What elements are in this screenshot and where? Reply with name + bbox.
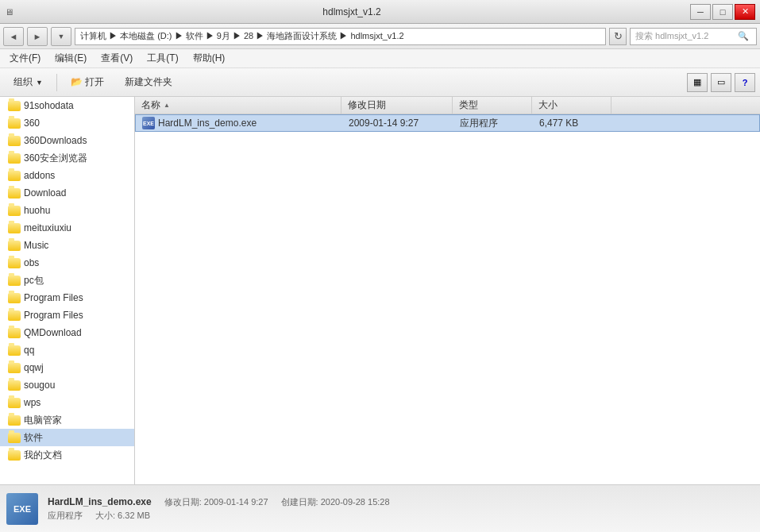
sidebar-label: 360 (24, 118, 40, 129)
new-folder-button[interactable]: 新建文件夹 (116, 71, 181, 94)
column-header-size[interactable]: 大小 (532, 97, 611, 114)
organize-arrow: ▼ (36, 79, 43, 87)
folder-icon (8, 450, 21, 461)
sidebar-item-sougou[interactable]: sougou (0, 376, 134, 394)
preview-pane-button[interactable]: ▭ (711, 73, 731, 92)
sidebar-label: 软件 (24, 431, 43, 445)
sidebar-item-diannaogunjia[interactable]: 电脑管家 (0, 411, 134, 429)
address-path[interactable]: 计算机 ▶ 本地磁盘 (D:) ▶ 软件 ▶ 9月 ▶ 28 ▶ 海地路面设计系… (75, 28, 606, 45)
folder-icon (8, 380, 21, 391)
folder-icon (8, 241, 21, 251)
sidebar-label: Download (24, 187, 66, 199)
folder-icon (8, 188, 21, 199)
folder-icon (8, 136, 21, 146)
folder-icon (8, 433, 21, 443)
sidebar-label: meituxiuxiu (24, 222, 71, 233)
sort-arrow-name: ▲ (164, 102, 170, 109)
folder-icon (8, 153, 21, 164)
minimize-button[interactable]: ─ (690, 4, 711, 20)
folder-icon (8, 101, 21, 111)
sidebar-item-programfiles2[interactable]: Program Files (0, 306, 134, 324)
organize-label: 组织 (14, 75, 33, 89)
sidebar-item-obs[interactable]: obs (0, 254, 134, 272)
toolbar-right: ▦ ▭ ? (687, 73, 755, 92)
sidebar-item-programfiles1[interactable]: Program Files (0, 289, 134, 306)
column-type-label: 类型 (459, 98, 478, 112)
window-title: hdlmsjxt_v1.2 (14, 6, 690, 17)
sidebar-item-mydocs[interactable]: 我的文档 (0, 446, 134, 464)
back-button[interactable]: ◄ (3, 27, 24, 46)
menu-edit[interactable]: 编辑(E) (48, 50, 93, 67)
status-size: 大小: 6.32 MB (95, 510, 150, 522)
sidebar-item-qmdownload[interactable]: QMDownload (0, 324, 134, 341)
folder-icon (8, 223, 21, 233)
folder-icon (8, 293, 21, 303)
status-file-icon: EXE (6, 493, 38, 525)
status-filename: HardLM_ins_demo.exe (48, 496, 152, 507)
sidebar-item-wps[interactable]: wps (0, 394, 134, 411)
sidebar-label: Program Files (24, 292, 83, 303)
search-box[interactable]: 搜索 hdlmsjxt_v1.2 🔍 (630, 28, 757, 45)
sidebar-item-360downloads[interactable]: 360Downloads (0, 132, 134, 149)
menu-help[interactable]: 帮助(H) (187, 50, 232, 67)
sidebar-label: 91sohodata (24, 100, 74, 111)
file-size: 6,477 KB (539, 118, 578, 129)
toolbar: 组织 ▼ 📂 打开 新建文件夹 ▦ ▭ ? (0, 68, 760, 97)
sidebar-item-huohu[interactable]: huohu (0, 202, 134, 219)
forward-button[interactable]: ► (27, 27, 48, 46)
sidebar-label: obs (24, 257, 39, 268)
menu-view[interactable]: 查看(V) (95, 50, 139, 67)
sidebar-label: addons (24, 170, 55, 181)
column-header-type[interactable]: 类型 (453, 97, 532, 114)
help-button[interactable]: ? (735, 73, 755, 92)
file-type: 应用程序 (460, 117, 498, 130)
column-header-date[interactable]: 修改日期 (341, 97, 453, 114)
close-button[interactable]: ✕ (735, 4, 755, 20)
sidebar-item-ruanjian[interactable]: 软件 (0, 429, 134, 446)
sidebar-label: pc包 (24, 274, 44, 287)
sidebar: 91sohodata 360 360Downloads 360安全浏览器 add… (0, 97, 135, 484)
folder-icon (8, 276, 21, 286)
column-header-name[interactable]: 名称 ▲ (135, 97, 341, 114)
organize-button[interactable]: 组织 ▼ (5, 71, 52, 94)
table-row[interactable]: EXE HardLM_ins_demo.exe 2009-01-14 9:27 … (135, 114, 760, 132)
folder-icon (8, 345, 21, 356)
sidebar-label: Music (24, 240, 48, 251)
menu-file[interactable]: 文件(F) (3, 50, 47, 67)
sidebar-item-download[interactable]: Download (0, 184, 134, 202)
window-icon: 🖥 (5, 7, 14, 17)
sidebar-item-360browser[interactable]: 360安全浏览器 (0, 149, 134, 167)
sidebar-label: 360Downloads (24, 135, 87, 146)
path-text: 计算机 ▶ 本地磁盘 (D:) ▶ 软件 ▶ 9月 ▶ 28 ▶ 海地路面设计系… (80, 30, 404, 42)
sidebar-item-91sohodata[interactable]: 91sohodata (0, 97, 134, 114)
sidebar-item-360[interactable]: 360 (0, 114, 134, 132)
folder-icon (8, 363, 21, 373)
recent-locations-button[interactable]: ▼ (51, 27, 71, 46)
window-controls: ─ □ ✕ (690, 4, 755, 20)
sidebar-item-addons[interactable]: addons (0, 167, 134, 184)
sidebar-item-pc[interactable]: pc包 (0, 272, 134, 289)
status-bar: EXE HardLM_ins_demo.exe 修改日期: 2009-01-14… (0, 484, 760, 532)
sidebar-item-music[interactable]: Music (0, 237, 134, 254)
sidebar-item-qq[interactable]: qq (0, 341, 134, 359)
open-button[interactable]: 📂 打开 (62, 71, 113, 94)
status-type: 应用程序 (48, 510, 83, 522)
view-toggle-button[interactable]: ▦ (687, 73, 708, 92)
folder-icon (8, 118, 21, 129)
maximize-button[interactable]: □ (712, 4, 733, 20)
column-date-label: 修改日期 (348, 98, 386, 112)
column-size-label: 大小 (538, 98, 557, 112)
refresh-button[interactable]: ↻ (609, 28, 627, 45)
folder-icon (8, 258, 21, 268)
sidebar-label: QMDownload (24, 327, 82, 338)
search-placeholder: 搜索 hdlmsjxt_v1.2 (635, 30, 708, 42)
sidebar-label: Program Files (24, 310, 83, 321)
folder-icon (8, 310, 21, 321)
sidebar-item-meituxiuxiu[interactable]: meituxiuxiu (0, 219, 134, 237)
toolbar-separator-1 (56, 74, 57, 91)
sidebar-item-qqwj[interactable]: qqwj (0, 359, 134, 376)
menu-tools[interactable]: 工具(T) (141, 50, 184, 67)
address-bar: ◄ ► ▼ 计算机 ▶ 本地磁盘 (D:) ▶ 软件 ▶ 9月 ▶ 28 ▶ 海… (0, 24, 760, 49)
sidebar-label: 电脑管家 (24, 414, 62, 427)
search-icon[interactable]: 🔍 (735, 29, 751, 44)
